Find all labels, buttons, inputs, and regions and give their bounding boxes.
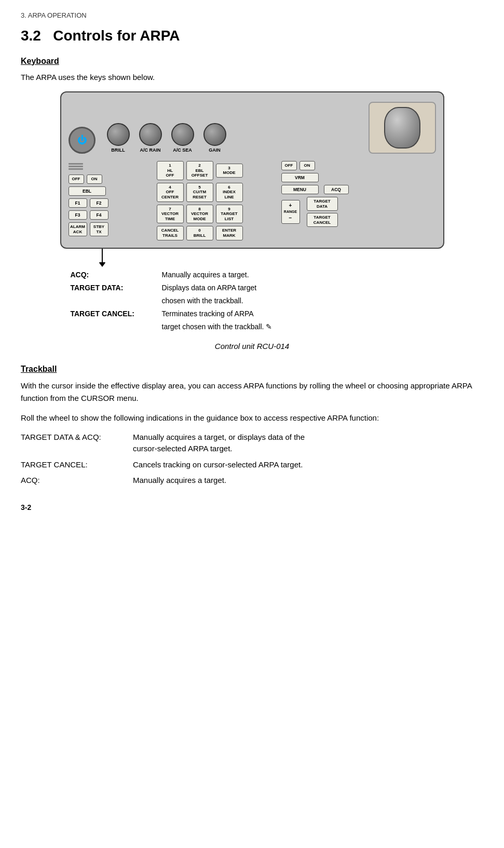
key-3-mode[interactable]: 3 MODE xyxy=(216,164,243,178)
target-cancel-key[interactable]: TARGET CANCEL xyxy=(307,213,338,227)
key-9-target-list[interactable]: 9 TARGET LIST xyxy=(216,205,243,224)
trackball-para2: Roll the wheel to show the following ind… xyxy=(21,412,483,424)
def-val-2: Cancels tracking on cursor-selected ARPA… xyxy=(133,459,483,471)
section-title: 3.2 Controls for ARPA xyxy=(21,25,483,47)
subsection-keyboard: Keyboard xyxy=(21,55,483,68)
brill-knob-group: BRILL xyxy=(107,123,130,154)
ann-row-target-cancel: TARGET CANCEL: Terminates tracking of AR… xyxy=(71,307,273,333)
menu-key[interactable]: MENU xyxy=(281,185,319,194)
enter-mark-key[interactable]: ENTER MARK xyxy=(216,226,243,240)
ann-key-acq: ACQ: xyxy=(71,268,154,281)
target-data-key[interactable]: TARGET DATA xyxy=(307,197,338,211)
arrow-down xyxy=(102,249,103,263)
key-4-off-center[interactable]: 4 OFF CENTER xyxy=(157,183,184,202)
key-7-vector-time[interactable]: 7 VECTOR TIME xyxy=(157,205,184,224)
alarm-ack-key[interactable]: ALARM ACK xyxy=(69,222,87,236)
f3-key[interactable]: F3 xyxy=(69,210,87,220)
stby-tx-key[interactable]: STBY TX xyxy=(90,222,108,236)
f4-key[interactable]: F4 xyxy=(90,210,108,220)
gain-knob[interactable] xyxy=(203,123,226,146)
keyboard-diagram: ⏻ BRILL A/C RAIN A/C SEA GAIN xyxy=(60,91,444,249)
ann-key-target-data: TARGET DATA: xyxy=(71,281,154,307)
caption: Control unit RCU-014 xyxy=(21,341,483,353)
definitions-table: TARGET DATA & ACQ: Manually acquires a t… xyxy=(21,432,483,487)
key-8-vector-mode[interactable]: 8 VECTOR MODE xyxy=(186,205,213,224)
on-key-left[interactable]: ON xyxy=(87,174,102,184)
vrm-key[interactable]: VRM xyxy=(281,173,319,182)
range-plus-key[interactable]: + RANGE − xyxy=(281,200,300,224)
key-0-brill[interactable]: 0 BRILL xyxy=(186,226,213,240)
key-5-cutm-reset[interactable]: 5 CU/TM RESET xyxy=(186,183,213,202)
trackball[interactable] xyxy=(384,107,420,149)
ann-key-target-cancel: TARGET CANCEL: xyxy=(71,307,154,333)
f2-key[interactable]: F2 xyxy=(90,198,108,208)
ann-val-target-cancel: Terminates tracking of ARPAtarget chosen… xyxy=(162,307,273,333)
trackball-para1: With the cursor inside the effective dis… xyxy=(21,380,483,405)
key-6-index-line[interactable]: 6 INDEX LINE xyxy=(216,183,243,202)
acsea-knob-group: A/C SEA xyxy=(171,123,194,154)
lines-icon xyxy=(69,163,152,170)
ann-row-acq: ACQ: Manually acquires a target. xyxy=(71,268,273,281)
brill-label: BRILL xyxy=(111,147,125,154)
def-key-1: TARGET DATA & ACQ: xyxy=(21,432,125,455)
chapter-label: 3. ARPA OPERATION xyxy=(21,10,483,21)
on-key-right[interactable]: ON xyxy=(299,161,315,170)
def-row-2: TARGET CANCEL: Cancels tracking on curso… xyxy=(21,459,483,471)
power-button[interactable]: ⏻ xyxy=(69,127,96,154)
off-key-left[interactable]: OFF xyxy=(69,174,84,184)
off-key-right[interactable]: OFF xyxy=(281,161,297,170)
ann-val-acq: Manually acquires a target. xyxy=(162,268,273,281)
key-1-hl-off[interactable]: 1 HL OFF xyxy=(157,161,184,180)
f1-key[interactable]: F1 xyxy=(69,198,87,208)
gain-label: GAIN xyxy=(209,147,221,154)
acsea-label: A/C SEA xyxy=(173,147,192,154)
page-number: 3-2 xyxy=(21,502,483,513)
def-row-3: ACQ: Manually acquires a target. xyxy=(21,475,483,487)
def-row-1: TARGET DATA & ACQ: Manually acquires a t… xyxy=(21,432,483,455)
def-key-3: ACQ: xyxy=(21,475,125,487)
ann-row-target-data: TARGET DATA: Displays data on ARPA targe… xyxy=(71,281,273,307)
def-val-1: Manually acquires a target, or displays … xyxy=(133,432,483,455)
subsection-trackball: Trackball xyxy=(21,363,483,375)
acq-key[interactable]: ACQ xyxy=(324,185,349,194)
intro-text: The ARPA uses the keys shown below. xyxy=(21,72,483,84)
gain-knob-group: GAIN xyxy=(203,123,226,154)
brill-knob[interactable] xyxy=(107,123,130,146)
acsea-knob[interactable] xyxy=(171,123,194,146)
def-val-3: Manually acquires a target. xyxy=(133,475,483,487)
key-2-ebl-offset[interactable]: 2 EBL OFFSET xyxy=(186,161,213,180)
acrain-label: A/C RAIN xyxy=(140,147,161,154)
acrain-knob-group: A/C RAIN xyxy=(139,123,162,154)
cancel-trails-key[interactable]: CANCEL TRAILS xyxy=(157,226,184,240)
acrain-knob[interactable] xyxy=(139,123,162,146)
def-key-2: TARGET CANCEL: xyxy=(21,459,125,471)
ann-val-target-data: Displays data on ARPA targetchosen with … xyxy=(162,281,273,307)
ebl-key[interactable]: EBL xyxy=(69,186,106,196)
trackball-area xyxy=(369,102,436,154)
